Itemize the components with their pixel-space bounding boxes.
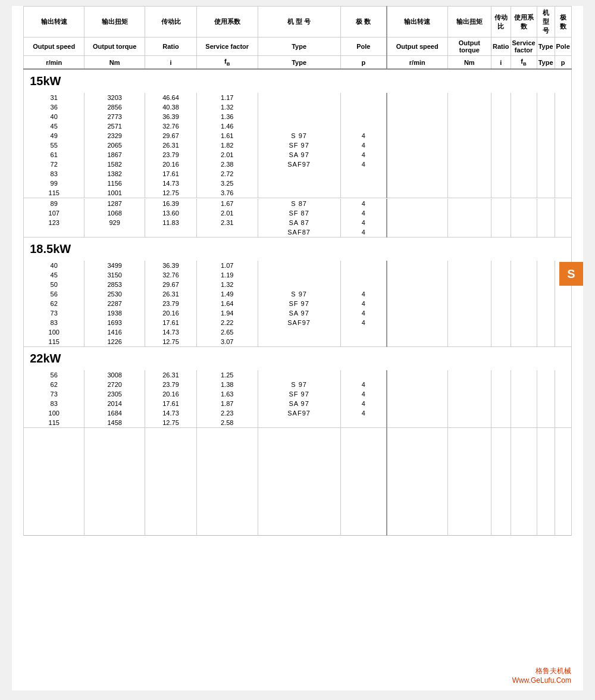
cell-torque: 2329 — [84, 131, 145, 140]
cell-right-empty — [511, 112, 537, 121]
cell-right-empty — [555, 289, 571, 299]
cell-right-empty — [555, 418, 571, 428]
cell-right-empty — [387, 102, 447, 112]
empty-cell — [387, 449, 447, 457]
cell-right-empty — [387, 408, 447, 418]
cell-right-empty — [537, 380, 555, 389]
col-ratio-cn2: 传动比 — [491, 7, 511, 38]
empty-cell — [387, 435, 447, 442]
cell-torque: 2287 — [84, 299, 145, 308]
empty-cell — [511, 499, 537, 507]
empty-cell — [84, 528, 145, 536]
empty-cell — [196, 507, 258, 514]
empty-cell — [555, 464, 571, 471]
empty-cell — [447, 499, 491, 507]
cell-right-empty — [387, 327, 447, 337]
cell-right-empty — [447, 408, 491, 418]
empty-cell — [340, 485, 387, 492]
watermark-line1: 格鲁夫机械 — [512, 666, 571, 676]
empty-cell — [340, 499, 387, 507]
col-type-unit: Type — [258, 56, 340, 70]
empty-cell — [24, 507, 84, 514]
cell-sf: 2.01 — [196, 208, 258, 218]
empty-cell — [447, 528, 491, 536]
cell-speed: 31 — [24, 93, 84, 102]
cell-ratio: 26.31 — [145, 140, 197, 150]
data-row: 61186723.792.01SA 974 — [24, 150, 572, 160]
empty-cell — [447, 478, 491, 485]
cell-ratio: 20.16 — [145, 308, 197, 318]
cell-sf: 1.64 — [196, 299, 258, 308]
data-row: 100168414.732.23SAF974 — [24, 408, 572, 418]
cell-right-empty — [447, 308, 491, 318]
cell-type — [258, 169, 340, 179]
cell-right-empty — [555, 208, 571, 218]
cell-ratio: 23.79 — [145, 150, 197, 160]
cell-sf: 1.63 — [196, 389, 258, 399]
col-type-en2: Type — [537, 38, 555, 56]
data-row: 56300826.311.25 — [24, 370, 572, 380]
cell-sf: 2.38 — [196, 160, 258, 169]
cell-pole: 4 — [340, 408, 387, 418]
cell-right-empty — [491, 299, 511, 308]
cell-right-empty — [491, 188, 511, 198]
cell-torque — [84, 227, 145, 238]
empty-cell — [340, 464, 387, 471]
empty-cell — [555, 485, 571, 492]
empty-row — [24, 521, 572, 528]
cell-ratio: 20.16 — [145, 389, 197, 399]
data-row: 89128716.391.67S 874 — [24, 199, 572, 208]
s-badge: S — [559, 262, 583, 286]
empty-cell — [491, 528, 511, 536]
empty-cell — [145, 478, 197, 485]
cell-right-empty — [555, 140, 571, 150]
cell-right-empty — [491, 169, 511, 179]
col-pole-unit: p — [340, 56, 387, 70]
cell-right-empty — [387, 370, 447, 380]
empty-cell — [24, 464, 84, 471]
cell-sf: 3.07 — [196, 337, 258, 347]
empty-cell — [491, 478, 511, 485]
data-row: SAF874 — [24, 227, 572, 238]
cell-torque: 2853 — [84, 280, 145, 289]
cell-torque: 3150 — [84, 270, 145, 280]
col-speed-unit: r/min — [24, 56, 84, 70]
empty-cell — [537, 442, 555, 449]
cell-right-empty — [555, 169, 571, 179]
empty-cell — [24, 471, 84, 478]
empty-cell — [145, 521, 197, 528]
col-torque-en: Output torque — [84, 38, 145, 56]
cell-right-empty — [447, 261, 491, 270]
empty-cell — [511, 478, 537, 485]
cell-right-empty — [537, 308, 555, 318]
cell-right-empty — [555, 380, 571, 389]
cell-torque: 3008 — [84, 370, 145, 380]
cell-speed: 100 — [24, 327, 84, 337]
cell-ratio: 46.64 — [145, 93, 197, 102]
cell-right-empty — [511, 308, 537, 318]
empty-row — [24, 507, 572, 514]
cell-right-empty — [491, 389, 511, 399]
empty-cell — [196, 514, 258, 521]
data-row: 56253026.311.49S 974 — [24, 289, 572, 299]
cell-torque: 1938 — [84, 308, 145, 318]
empty-cell — [258, 499, 340, 507]
empty-cell — [511, 485, 537, 492]
cell-pole: 4 — [340, 318, 387, 327]
data-row: 50285329.671.32 — [24, 280, 572, 289]
cell-right-empty — [447, 289, 491, 299]
cell-speed: 115 — [24, 418, 84, 428]
cell-torque: 1416 — [84, 327, 145, 337]
cell-ratio: 23.79 — [145, 380, 197, 389]
empty-cell — [511, 521, 537, 528]
empty-cell — [145, 435, 197, 442]
cell-pole — [340, 337, 387, 347]
cell-ratio: 20.16 — [145, 160, 197, 169]
empty-cell — [196, 435, 258, 442]
cell-speed: 55 — [24, 140, 84, 150]
cell-right-empty — [387, 188, 447, 198]
empty-cell — [258, 464, 340, 471]
cell-right-empty — [511, 218, 537, 227]
cell-torque: 1068 — [84, 208, 145, 218]
cell-right-empty — [491, 150, 511, 160]
